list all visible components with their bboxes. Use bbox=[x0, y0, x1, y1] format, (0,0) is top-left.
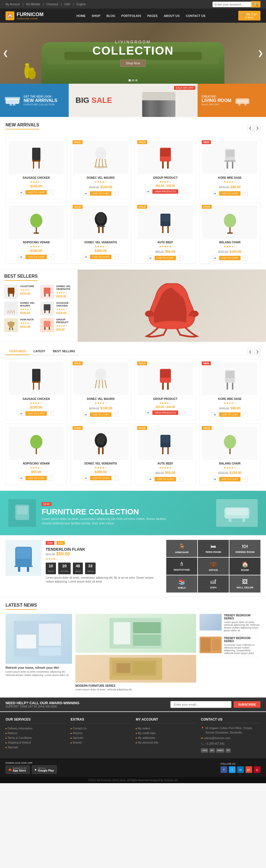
social-linkedin[interactable]: in bbox=[237, 766, 244, 773]
wishlist-button[interactable]: ♡ bbox=[48, 411, 54, 416]
wishlist-button[interactable]: ♡ bbox=[242, 255, 248, 260]
language-selector[interactable]: English bbox=[76, 3, 86, 6]
add-to-cart-button[interactable]: ADD TO CART bbox=[155, 477, 176, 482]
social-twitter[interactable]: t bbox=[229, 766, 235, 773]
compare-button[interactable]: ⇄ bbox=[83, 254, 89, 259]
my-account-link[interactable]: My Account bbox=[5, 3, 20, 6]
tab-latest[interactable]: LATEST bbox=[30, 348, 49, 355]
category-nightstand[interactable]: 🕯 NIGHTSTAND bbox=[166, 558, 197, 575]
add-to-cart-button[interactable]: ADD TO CART bbox=[219, 256, 240, 260]
wishlist-button[interactable]: ♡ bbox=[112, 191, 119, 196]
compare-button[interactable]: ⇄ bbox=[83, 412, 89, 417]
footer-specials-extra[interactable]: Specials bbox=[71, 736, 130, 740]
wishlist-button[interactable]: ♡ bbox=[242, 191, 248, 196]
compare-button[interactable]: ⇄ bbox=[212, 477, 218, 482]
hero-next-arrow[interactable]: ❯ bbox=[258, 49, 263, 57]
compare-button[interactable]: ⇄ bbox=[18, 190, 24, 195]
footer-specials[interactable]: Specials bbox=[5, 745, 65, 750]
add-to-cart-button[interactable]: ADD TO CART bbox=[26, 476, 47, 480]
footer-brands[interactable]: Brands bbox=[71, 740, 130, 745]
promo-banner-living-room[interactable]: Creative! LIVING ROOM SALE 30% OFF bbox=[198, 84, 266, 117]
footer-terms[interactable]: Terms & Conditions bbox=[5, 736, 65, 740]
search-button[interactable]: 🔍 bbox=[251, 1, 261, 7]
add-to-cart-button[interactable]: ADD TO CART bbox=[90, 412, 111, 417]
compare-button[interactable]: ⇄ bbox=[145, 410, 151, 415]
subscribe-button[interactable]: SUBSCRIBE bbox=[234, 701, 261, 708]
wishlist-button[interactable]: ♡ bbox=[242, 477, 248, 482]
hero-dot-2[interactable] bbox=[132, 79, 134, 82]
add-to-cart-button[interactable]: ADD TO CART bbox=[26, 255, 47, 259]
footer-contact[interactable]: Contact Us bbox=[71, 726, 130, 731]
category-sofa[interactable]: 🛋 SOFA bbox=[198, 575, 229, 592]
wishlist-button[interactable]: ♡ bbox=[48, 254, 54, 259]
new-arrivals-next[interactable]: ❯ bbox=[254, 125, 261, 131]
footer-credit-slips[interactable]: My credit slips bbox=[136, 731, 195, 736]
featured-next[interactable]: ❯ bbox=[254, 349, 261, 355]
add-to-cart-button[interactable]: ADD TO CART bbox=[155, 256, 176, 260]
footer-addresses[interactable]: My addresses bbox=[136, 736, 195, 740]
add-to-cart-button[interactable]: ADD TO CART bbox=[90, 476, 111, 480]
category-armchair[interactable]: 🪑 ARMCHAIR bbox=[166, 540, 197, 557]
add-to-cart-button[interactable]: ADD TO CART bbox=[219, 191, 240, 196]
news-item-title[interactable]: TRENDY BEDROOM SERIES bbox=[224, 637, 261, 643]
compare-button[interactable]: ⇄ bbox=[18, 254, 24, 259]
compare-button[interactable]: ⇄ bbox=[18, 475, 24, 480]
new-arrivals-prev[interactable]: ❮ bbox=[247, 125, 253, 131]
promo-banner-new-arrivals[interactable]: Get the new look NEW ARRIVALS FURNITURE … bbox=[0, 84, 69, 117]
wishlist-button[interactable]: ♡ bbox=[48, 190, 54, 195]
category-room[interactable]: 🏠 ROOM bbox=[229, 558, 261, 575]
nav-blog[interactable]: BLOG bbox=[104, 12, 118, 19]
news-main-title[interactable]: Refresh your home, refresh your life! bbox=[5, 666, 72, 669]
footer-my-orders[interactable]: My orders bbox=[136, 726, 195, 731]
news-item-title[interactable]: TRENDY BEDROOM SERIES bbox=[224, 614, 261, 620]
social-pinterest[interactable]: p bbox=[254, 766, 261, 773]
wishlist-button[interactable]: ♡ bbox=[112, 475, 119, 480]
add-to-cart-button[interactable]: ADD TO CART bbox=[90, 255, 111, 259]
hero-prev-arrow[interactable]: ❮ bbox=[3, 49, 8, 57]
promo-banner-big-sale[interactable]: BIG Sale SALE 30% OFF bbox=[69, 84, 198, 117]
compare-button[interactable]: ⇄ bbox=[147, 477, 154, 482]
compare-button[interactable]: ⇄ bbox=[212, 412, 218, 417]
checkout-link[interactable]: Checkout bbox=[46, 3, 58, 6]
tab-best-selling[interactable]: BEST SELLING bbox=[49, 348, 79, 355]
nav-shop[interactable]: SHOP bbox=[89, 12, 103, 19]
category-office[interactable]: 💼 OFFICE bbox=[198, 558, 229, 575]
wishlist-button[interactable]: ♡ bbox=[112, 412, 119, 417]
cart-button[interactable]: 🛒 My Cart 0 Items bbox=[238, 11, 261, 21]
add-to-cart-button[interactable]: ADD TO CART bbox=[90, 191, 111, 196]
category-reed-room[interactable]: 🛏 REED ROOM bbox=[198, 540, 229, 557]
compare-button[interactable]: ⇄ bbox=[83, 475, 89, 480]
view-products-button[interactable]: VIEW PRODUCTS bbox=[153, 410, 178, 415]
footer-personal-info[interactable]: My personal info bbox=[136, 740, 195, 745]
wishlist-link[interactable]: My Wishlist bbox=[26, 3, 40, 6]
category-dinning-room[interactable]: 🍽 DINNING ROOM bbox=[229, 540, 261, 557]
compare-button[interactable]: ⇄ bbox=[212, 255, 218, 260]
add-to-cart-button[interactable]: ADD TO CART bbox=[26, 190, 47, 194]
add-to-cart-button[interactable]: ADD TO CART bbox=[219, 477, 240, 482]
category-wall-decor[interactable]: 🖼 WALL DECOR bbox=[229, 575, 261, 592]
wishlist-button[interactable]: ♡ bbox=[177, 255, 183, 260]
hero-shop-now-button[interactable]: Shop Now bbox=[120, 60, 146, 67]
nav-pages[interactable]: PAGES bbox=[144, 12, 160, 19]
wishlist-button[interactable]: ♡ bbox=[112, 254, 119, 259]
footer-returns[interactable]: Returns bbox=[5, 731, 65, 736]
newsletter-input[interactable] bbox=[170, 701, 231, 708]
compare-button[interactable]: ⇄ bbox=[212, 191, 218, 196]
footer-returns-extra[interactable]: Returns bbox=[71, 731, 130, 736]
wishlist-button[interactable]: ♡ bbox=[179, 189, 186, 194]
compare-button[interactable]: ⇄ bbox=[145, 189, 151, 194]
hero-dot-3[interactable] bbox=[135, 79, 137, 82]
compare-button[interactable]: ⇄ bbox=[147, 255, 154, 260]
wishlist-button[interactable]: ♡ bbox=[242, 412, 248, 417]
tab-featured[interactable]: FEATURED bbox=[5, 348, 30, 355]
view-products-button[interactable]: VIEW PRODUCTS bbox=[153, 189, 178, 194]
footer-shipping[interactable]: Shipping & Refund bbox=[5, 740, 65, 745]
social-google-plus[interactable]: g+ bbox=[245, 766, 252, 773]
nav-home[interactable]: HOME bbox=[74, 12, 89, 19]
hero-dot-1[interactable] bbox=[129, 79, 131, 82]
add-to-cart-button[interactable]: ADD TO CART bbox=[26, 411, 47, 416]
nav-portfolios[interactable]: PORTFOLIOS bbox=[119, 12, 144, 19]
currency-selector[interactable]: USD bbox=[64, 3, 70, 6]
category-shelf[interactable]: 📚 SHELF bbox=[166, 575, 197, 592]
nav-about[interactable]: ABOUT US bbox=[161, 12, 182, 19]
